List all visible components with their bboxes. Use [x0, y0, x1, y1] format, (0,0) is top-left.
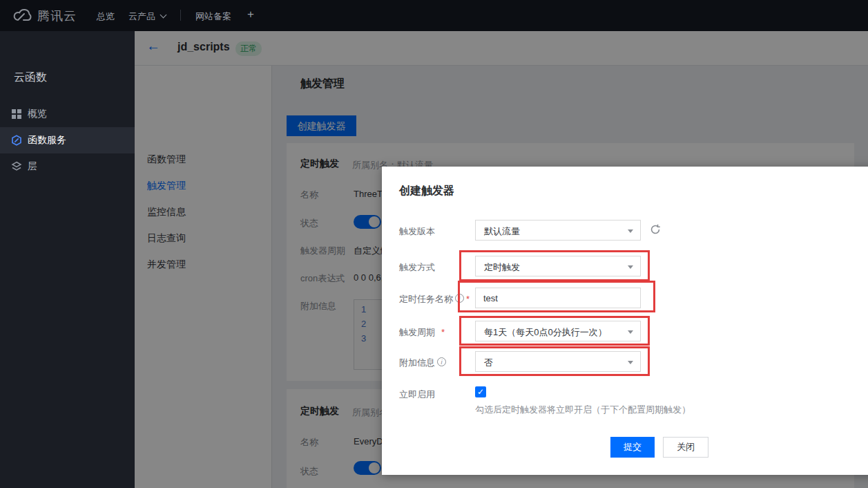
select-value: 每1天（每天0点0分执行一次）: [484, 326, 607, 339]
nav-overview[interactable]: 总览: [97, 10, 115, 23]
trigger-method-select[interactable]: 定时触发: [475, 256, 641, 276]
field-label: 触发版本: [399, 225, 435, 238]
select-value: 定时触发: [484, 261, 520, 274]
info-icon[interactable]: i: [455, 294, 464, 303]
select-value: 默认流量: [484, 225, 520, 238]
close-button[interactable]: 关闭: [663, 437, 708, 458]
sidebar-item-label: 层: [28, 160, 37, 173]
sidebar-item-function-service[interactable]: 函数服务: [0, 127, 135, 153]
select-value: 否: [484, 357, 493, 369]
submit-button[interactable]: 提交: [610, 437, 655, 458]
select-caret-icon: [628, 229, 633, 233]
top-navbar: 腾讯云 总览 云产品 网站备案 +: [0, 0, 868, 31]
nav-add-tab-button[interactable]: +: [247, 8, 254, 21]
extra-info-select[interactable]: 否: [475, 351, 641, 372]
enable-now-helper-text: 勾选后定时触发器将立即开启（于下个配置周期触发）: [475, 404, 691, 416]
sidebar-item-label: 概览: [28, 108, 47, 120]
refresh-icon[interactable]: [650, 224, 661, 235]
enable-now-checkbox-checked[interactable]: ✓: [475, 386, 486, 397]
create-trigger-modal: 创建触发器 触发版本 默认流量 触发方式 定时触发 定时任务名称 i * 触发周…: [382, 167, 868, 475]
field-label: 附加信息: [399, 357, 435, 369]
product-sidebar: 云函数 概览 函数服务 层: [0, 31, 135, 488]
modal-title: 创建触发器: [399, 184, 454, 198]
required-asterisk: *: [466, 294, 470, 304]
screen: 腾讯云 总览 云产品 网站备案 + 云函数 概览 函数服务: [0, 0, 868, 488]
select-caret-icon: [628, 361, 633, 364]
function-service-icon: [11, 135, 22, 146]
grid-icon: [11, 109, 22, 120]
field-label: 定时任务名称: [399, 293, 453, 306]
chevron-down-icon: [160, 12, 167, 19]
select-caret-icon: [628, 330, 633, 334]
trigger-cycle-select[interactable]: 每1天（每天0点0分执行一次）: [475, 321, 641, 341]
sidebar-item-overview[interactable]: 概览: [0, 101, 135, 127]
tencent-cloud-logo-icon[interactable]: [11, 7, 33, 24]
info-icon[interactable]: i: [437, 357, 446, 366]
timer-task-name-input[interactable]: [475, 288, 641, 308]
logo-text[interactable]: 腾讯云: [37, 8, 77, 24]
sidebar-item-label: 函数服务: [28, 134, 66, 147]
sidebar-title: 云函数: [14, 71, 47, 85]
select-caret-icon: [628, 265, 633, 269]
field-label: 触发方式: [399, 261, 435, 274]
field-label: 触发周期: [399, 326, 435, 339]
nav-divider: [180, 10, 181, 21]
trigger-version-select[interactable]: 默认流量: [475, 220, 641, 241]
layers-icon: [11, 161, 22, 172]
sidebar-item-layers[interactable]: 层: [0, 153, 135, 180]
nav-beian[interactable]: 网站备案: [195, 10, 231, 23]
required-asterisk: *: [441, 327, 445, 337]
nav-products[interactable]: 云产品: [128, 10, 155, 23]
field-label: 立即启用: [399, 388, 435, 401]
